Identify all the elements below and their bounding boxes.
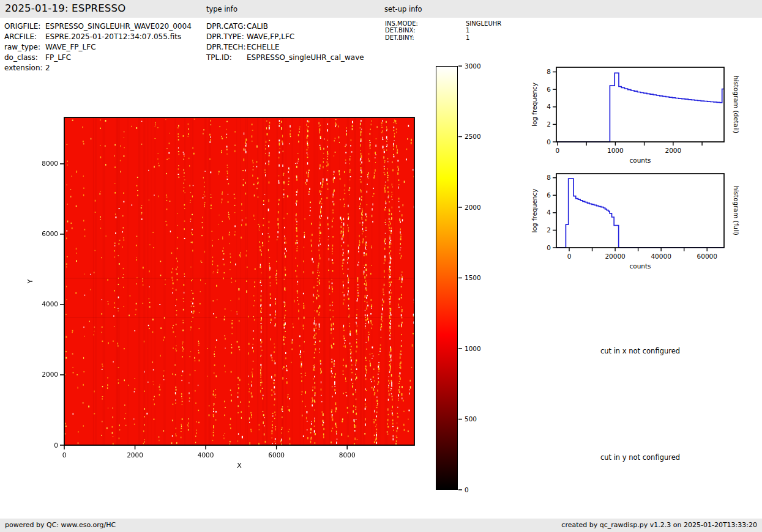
metadata-label: extension:	[4, 63, 45, 73]
metadata-row: ORIGFILE:ESPRESSO_SINGLEUHR_WAVE020_0004	[4, 21, 192, 32]
metadata-row: extension:2	[4, 63, 192, 73]
metadata-value: 1	[466, 34, 469, 41]
y-axis-label: Y	[26, 279, 34, 284]
x-tick-label: 8000	[339, 451, 356, 459]
y-axis-label: log frequency	[531, 83, 538, 127]
y-tick-label: 8	[547, 174, 551, 181]
cut-x-status: cut in x not configured	[600, 347, 680, 355]
x-tick-label: 2000	[665, 147, 681, 154]
metadata-value: ESPRESSO_singleUHR_cal_wave	[247, 53, 364, 63]
colorbar	[436, 66, 458, 490]
metadata-label: raw_type:	[4, 42, 45, 53]
colorbar-tick-label: 3000	[465, 62, 481, 70]
y-tick-label: 0	[547, 138, 551, 146]
y-tick-label: 4	[547, 209, 551, 216]
x-axis-label: X	[237, 462, 242, 470]
metadata-row: do_class:FP_LFC	[4, 53, 192, 63]
colorbar-tick-label: 2500	[465, 133, 481, 140]
x-tick-label: 0	[567, 253, 572, 260]
qc-report-page: 2025-01-19: ESPRESSO type info set-up in…	[0, 0, 762, 532]
colorbar-tick-label: 500	[465, 415, 477, 423]
metadata-row: DPR.TECH:ECHELLE	[206, 42, 364, 53]
type-info-heading: type info	[206, 5, 237, 13]
file-info-table: ORIGFILE:ESPRESSO_SINGLEUHR_WAVE020_0004…	[4, 21, 192, 73]
footer-bar: powered by QC: www.eso.org/HC created by…	[0, 519, 762, 532]
metadata-value: CALIB	[247, 21, 268, 32]
x-tick-label: 1000	[607, 147, 624, 154]
y-tick-label: 8000	[42, 160, 58, 167]
x-tick-label: 2000	[127, 451, 143, 459]
x-axis-label: counts	[629, 157, 651, 164]
y-tick-label: 0	[547, 244, 551, 251]
metadata-label: DET.BINX:	[385, 27, 466, 34]
plot-side-title: histogram (detail)	[733, 76, 740, 133]
metadata-label: do_class:	[4, 53, 45, 63]
y-tick-label: 2	[547, 120, 551, 128]
plot-border	[556, 67, 724, 142]
y-tick-label: 2000	[42, 371, 58, 378]
colorbar-tick-label: 1500	[465, 274, 481, 281]
metadata-label: DET.BINY:	[385, 34, 466, 41]
metadata-row: raw_type:WAVE_FP_LFC	[4, 42, 192, 53]
x-tick-label: 6000	[268, 451, 285, 459]
colorbar-axis: 050010001500200025003000	[458, 61, 501, 498]
metadata-row: INS.MODE:SINGLEUHR	[385, 20, 501, 27]
colorbar-tick-label: 2000	[465, 204, 481, 211]
metadata-label: INS.MODE:	[385, 20, 466, 27]
y-tick-label: 6	[547, 191, 551, 199]
y-tick-label: 4000	[42, 300, 58, 308]
metadata-row: DET.BINY:1	[385, 34, 501, 41]
y-tick-label: 4	[547, 103, 551, 110]
metadata-label: ARCFILE:	[4, 32, 45, 42]
footer-left: powered by QC: www.eso.org/HC	[5, 519, 116, 532]
metadata-value: FP_LFC	[45, 53, 71, 63]
x-tick-label: 0	[62, 451, 67, 459]
metadata-row: DET.BINX:1	[385, 27, 501, 34]
raw-detector-image	[64, 117, 414, 445]
y-tick-label: 2	[547, 226, 551, 234]
x-axis-label: counts	[629, 262, 651, 270]
metadata-value: WAVE,FP,LFC	[247, 32, 294, 42]
x-tick-label: 0	[556, 147, 560, 154]
setup-info-table: INS.MODE:SINGLEUHRDET.BINX:1DET.BINY:1	[385, 20, 501, 41]
y-tick-label: 0	[54, 441, 58, 449]
histogram-curve	[556, 73, 724, 142]
metadata-row: ARCFILE:ESPRE.2025-01-20T12:34:07.055.fi…	[4, 32, 192, 42]
metadata-label: ORIGFILE:	[4, 21, 45, 32]
x-tick-label: 40000	[651, 253, 671, 260]
metadata-value: 1	[466, 27, 469, 34]
metadata-label: TPL.ID:	[206, 53, 247, 63]
colorbar-tick-label: 0	[465, 486, 469, 493]
metadata-label: DPR.TECH:	[206, 42, 247, 53]
metadata-row: TPL.ID:ESPRESSO_singleUHR_cal_wave	[206, 53, 364, 63]
y-tick-label: 6000	[42, 230, 58, 237]
setup-info-heading: set-up info	[384, 5, 422, 13]
metadata-value: ESPRESSO_SINGLEUHR_WAVE020_0004	[45, 21, 192, 32]
metadata-label: DPR.TYPE:	[206, 32, 247, 42]
y-tick-label: 6	[547, 86, 551, 93]
metadata-row: DPR.CATG:CALIB	[206, 21, 364, 32]
plot-border	[556, 174, 724, 248]
cut-y-status: cut in y not configured	[600, 453, 680, 462]
histogram-detail-plot: 01000200002468countslog frequencyhistogr…	[526, 58, 762, 168]
metadata-value: WAVE_FP_LFC	[45, 42, 96, 53]
histogram-curve	[556, 179, 724, 248]
metadata-value: SINGLEUHR	[466, 20, 501, 27]
y-tick-label: 8	[547, 68, 551, 75]
metadata-label: DPR.CATG:	[206, 21, 247, 32]
x-tick-label: 60000	[697, 253, 717, 260]
top-bar: 2025-01-19: ESPRESSO type info set-up in…	[0, 0, 762, 18]
histogram-full-plot: 020000400006000002468countslog frequency…	[526, 164, 762, 274]
x-tick-label: 20000	[605, 253, 625, 260]
type-info-table: DPR.CATG:CALIBDPR.TYPE:WAVE,FP,LFCDPR.TE…	[206, 21, 364, 63]
metadata-value: ESPRE.2025-01-20T12:34:07.055.fits	[45, 32, 181, 42]
plot-side-title: histogram (full)	[733, 186, 740, 235]
x-tick-label: 4000	[198, 451, 214, 459]
footer-right: created by qc_rawdisp.py v1.2.3 on 2025-…	[561, 519, 757, 532]
metadata-value: 2	[45, 63, 50, 73]
page-title: 2025-01-19: ESPRESSO	[5, 2, 125, 14]
colorbar-tick-label: 1000	[465, 345, 481, 352]
metadata-row: DPR.TYPE:WAVE,FP,LFC	[206, 32, 364, 42]
metadata-value: ECHELLE	[247, 42, 280, 53]
y-axis-label: log frequency	[531, 188, 538, 232]
